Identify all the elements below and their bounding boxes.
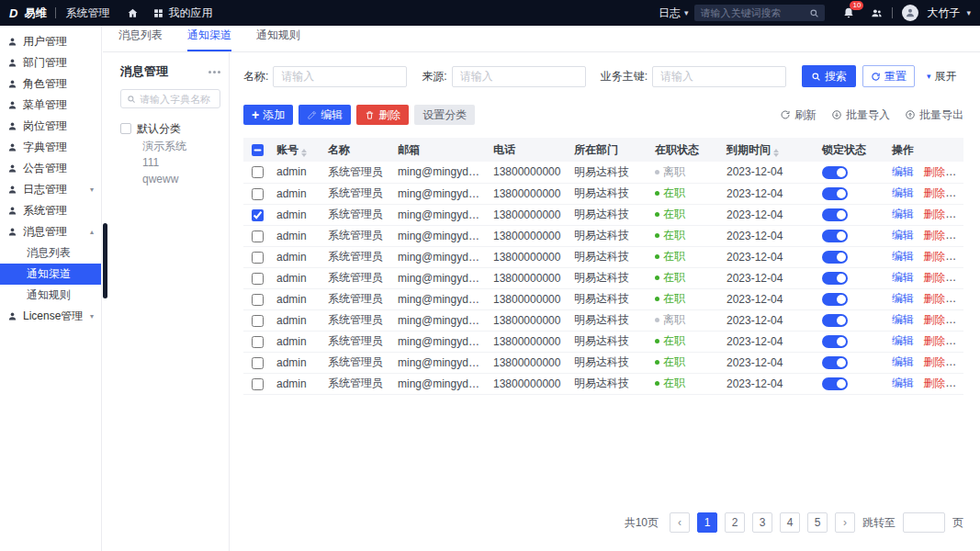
contacts-icon[interactable] [871, 7, 883, 19]
tree-checkbox[interactable] [120, 123, 131, 134]
sidebar-item-post[interactable]: 岗位管理 [0, 116, 101, 137]
tab-notify-rule[interactable]: 通知规则 [256, 28, 300, 51]
edit-button[interactable]: 编辑 [299, 105, 351, 125]
row-edit-link[interactable]: 编辑 [892, 334, 914, 347]
row-more-link[interactable]: 更多▾ [955, 271, 963, 284]
row-checkbox[interactable] [252, 188, 264, 200]
column-header-expire[interactable]: 到期时间 [721, 138, 817, 162]
sidebar-subitem-notify-channel[interactable]: 通知渠道 [0, 264, 101, 285]
select-all-checkbox[interactable] [252, 144, 264, 156]
sidebar-subitem-message-list[interactable]: 消息列表 [0, 242, 101, 264]
tree-child-node[interactable]: 111 [120, 154, 220, 171]
lock-toggle[interactable] [822, 208, 848, 221]
refresh-button[interactable]: 刷新 [780, 107, 817, 123]
row-checkbox[interactable] [252, 252, 264, 264]
row-checkbox[interactable] [252, 336, 264, 348]
row-edit-link[interactable]: 编辑 [892, 313, 914, 326]
filter-source-input[interactable] [452, 66, 586, 87]
page-button-3[interactable]: 3 [752, 512, 772, 533]
global-search[interactable] [694, 5, 825, 21]
filter-name-input[interactable] [273, 66, 407, 87]
my-apps-button[interactable]: 我的应用 [152, 6, 212, 21]
tree-child-node[interactable]: qweww [120, 171, 220, 187]
sidebar-item-user[interactable]: 用户管理 [0, 31, 101, 52]
row-checkbox[interactable] [252, 378, 264, 390]
sidebar-item-system[interactable]: 系统管理 [0, 200, 101, 221]
add-button[interactable]: + 添加 [243, 105, 293, 125]
search-icon[interactable] [809, 8, 819, 18]
lock-toggle[interactable] [822, 230, 848, 242]
row-delete-link[interactable]: 删除 [923, 377, 945, 389]
sidebar-item-role[interactable]: 角色管理 [0, 73, 101, 95]
user-menu-chevron-icon[interactable]: ▾ [966, 8, 971, 17]
sidebar-item-log[interactable]: 日志管理 ▾ [0, 179, 101, 200]
category-search-input[interactable] [140, 94, 214, 105]
sidebar-subitem-notify-rule[interactable]: 通知规则 [0, 285, 101, 306]
lock-toggle[interactable] [822, 166, 848, 179]
row-delete-link[interactable]: 删除 [923, 292, 945, 305]
page-button-1[interactable]: 1 [697, 512, 717, 533]
tab-message-list[interactable]: 消息列表 [118, 28, 163, 51]
lock-toggle[interactable] [822, 272, 848, 285]
sidebar-item-announcement[interactable]: 公告管理 [0, 158, 101, 179]
row-delete-link[interactable]: 删除 [923, 208, 945, 220]
tree-node-root[interactable]: 默认分类 [120, 119, 220, 138]
row-checkbox[interactable] [252, 273, 264, 285]
lock-toggle[interactable] [822, 335, 848, 348]
reset-button[interactable]: 重置 [862, 65, 915, 87]
row-more-link[interactable]: 更多▾ [955, 377, 963, 389]
expand-button[interactable]: ▾ 展开 [923, 65, 961, 87]
row-edit-link[interactable]: 编辑 [892, 292, 914, 305]
lock-toggle[interactable] [822, 356, 848, 369]
lock-toggle[interactable] [822, 377, 848, 390]
row-more-link[interactable]: 更多▾ [955, 208, 963, 220]
global-search-input[interactable] [700, 7, 805, 18]
row-more-link[interactable]: 更多▾ [955, 250, 963, 263]
page-button-4[interactable]: 4 [780, 512, 800, 533]
sidebar-item-menu[interactable]: 菜单管理 [0, 95, 101, 116]
sidebar-item-department[interactable]: 部门管理 [0, 52, 101, 73]
log-dropdown[interactable]: 日志 ▾ [659, 6, 689, 21]
row-edit-link[interactable]: 编辑 [892, 271, 914, 284]
row-checkbox[interactable] [252, 209, 264, 221]
row-checkbox[interactable] [252, 315, 264, 327]
column-header-account[interactable]: 账号 [271, 138, 322, 162]
tree-child-node[interactable]: 演示系统 [120, 138, 220, 154]
row-edit-link[interactable]: 编辑 [892, 165, 914, 178]
row-delete-link[interactable]: 删除 [923, 313, 945, 326]
row-more-link[interactable]: 更多▾ [955, 292, 963, 305]
row-more-link[interactable]: 更多▾ [955, 355, 963, 368]
row-delete-link[interactable]: 删除 [923, 334, 945, 347]
row-edit-link[interactable]: 编辑 [892, 250, 914, 263]
row-more-link[interactable]: 更多▾ [955, 165, 963, 178]
lock-toggle[interactable] [822, 251, 848, 264]
row-checkbox[interactable] [252, 357, 264, 369]
row-edit-link[interactable]: 编辑 [892, 377, 914, 389]
tab-notify-channel[interactable]: 通知渠道 [187, 28, 231, 51]
sidebar-item-message[interactable]: 消息管理 ▴ [0, 221, 101, 242]
more-menu-icon[interactable] [208, 68, 220, 76]
row-more-link[interactable]: 更多▾ [955, 313, 963, 326]
row-more-link[interactable]: 更多▾ [955, 229, 963, 242]
page-button-2[interactable]: 2 [725, 512, 745, 533]
page-button-5[interactable]: 5 [807, 512, 828, 533]
row-delete-link[interactable]: 删除 [923, 250, 945, 263]
sidebar-item-license[interactable]: License管理 ▾ [0, 306, 101, 327]
row-delete-link[interactable]: 删除 [923, 186, 945, 199]
brand-logo-icon[interactable]: D [9, 6, 17, 20]
row-delete-link[interactable]: 删除 [923, 229, 945, 242]
home-icon[interactable] [127, 7, 139, 19]
search-button[interactable]: 搜索 [802, 65, 856, 87]
jump-page-input[interactable] [903, 512, 945, 533]
prev-page-button[interactable]: ‹ [670, 512, 690, 533]
batch-export-button[interactable]: 批量导出 [905, 107, 963, 123]
next-page-button[interactable]: › [835, 512, 855, 533]
batch-import-button[interactable]: 批量导入 [831, 107, 890, 123]
row-edit-link[interactable]: 编辑 [892, 229, 914, 242]
row-delete-link[interactable]: 删除 [923, 271, 945, 284]
lock-toggle[interactable] [822, 314, 848, 327]
row-more-link[interactable]: 更多▾ [955, 186, 963, 199]
row-checkbox[interactable] [252, 166, 264, 178]
row-edit-link[interactable]: 编辑 [892, 208, 914, 220]
row-delete-link[interactable]: 删除 [923, 355, 945, 368]
